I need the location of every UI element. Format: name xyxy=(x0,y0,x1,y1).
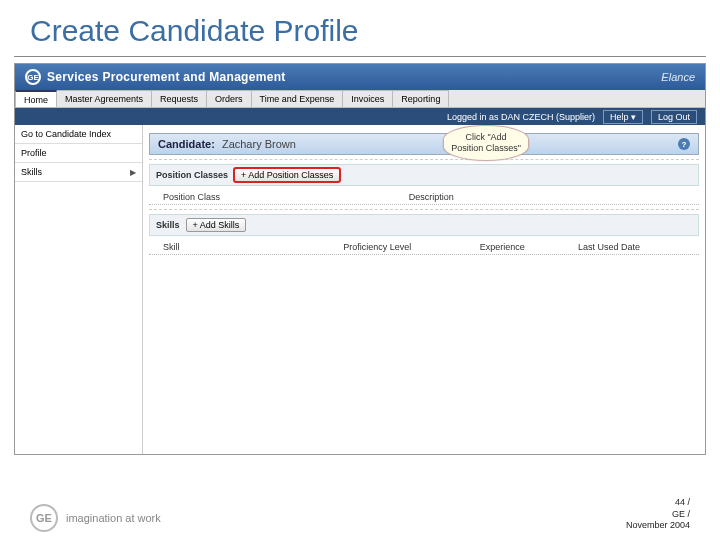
slide-title: Create Candidate Profile xyxy=(0,0,720,56)
candidate-panel-head: Candidate: Zachary Brown ? xyxy=(149,133,699,155)
tab-orders[interactable]: Orders xyxy=(207,90,252,107)
position-classes-section: Position Classes + Add Position Classes xyxy=(149,164,699,186)
sidebar-item-candidate-index[interactable]: Go to Candidate Index xyxy=(15,125,142,144)
col-last-used: Last Used Date xyxy=(566,242,652,252)
ge-branding: GE imagination at work xyxy=(30,504,161,532)
section-label: Position Classes xyxy=(156,170,228,180)
slide-footer: GE imagination at work 44 / GE / Novembe… xyxy=(30,497,690,532)
help-link[interactable]: Help ▾ xyxy=(603,110,643,124)
sidebar-item-profile[interactable]: Profile xyxy=(15,144,142,163)
app-title: Services Procurement and Management xyxy=(47,70,286,84)
ge-logo-icon: GE xyxy=(25,69,41,85)
chevron-right-icon: ▶ xyxy=(130,168,136,177)
col-experience: Experience xyxy=(468,242,566,252)
add-skills-button[interactable]: + Add Skills xyxy=(186,218,247,232)
panel-title-label: Candidate: xyxy=(158,138,215,150)
tab-invoices[interactable]: Invoices xyxy=(343,90,393,107)
tab-home[interactable]: Home xyxy=(15,90,57,107)
tab-requests[interactable]: Requests xyxy=(152,90,207,107)
logged-in-text: Logged in as DAN CZECH (Supplier) xyxy=(447,112,595,122)
logout-link[interactable]: Log Out xyxy=(651,110,697,124)
col-skill: Skill xyxy=(151,242,331,252)
divider xyxy=(149,159,699,160)
section-label: Skills xyxy=(156,220,180,230)
col-proficiency: Proficiency Level xyxy=(331,242,468,252)
skills-columns-row: Skill Proficiency Level Experience Last … xyxy=(149,240,699,255)
add-position-classes-button[interactable]: + Add Position Classes xyxy=(234,168,340,182)
position-columns-row: Position Class Description xyxy=(149,190,699,205)
tab-reporting[interactable]: Reporting xyxy=(393,90,449,107)
sidebar: Go to Candidate Index Profile Skills ▶ xyxy=(15,125,143,454)
org-label: GE / xyxy=(626,509,690,521)
main-panel: Candidate: Zachary Brown ? Click "Add Po… xyxy=(143,125,705,454)
tab-time-expense[interactable]: Time and Expense xyxy=(252,90,344,107)
content-area: Go to Candidate Index Profile Skills ▶ C… xyxy=(15,125,705,454)
header-left: GE Services Procurement and Management xyxy=(25,69,286,85)
skills-section: Skills + Add Skills xyxy=(149,214,699,236)
sidebar-item-label: Go to Candidate Index xyxy=(21,129,111,139)
sidebar-item-label: Skills xyxy=(21,167,42,177)
app-window: GE Services Procurement and Management E… xyxy=(14,63,706,455)
help-icon[interactable]: ? xyxy=(678,138,690,150)
divider xyxy=(149,209,699,210)
ge-logo-icon: GE xyxy=(30,504,58,532)
brand-right: Elance xyxy=(661,71,695,83)
title-rule xyxy=(14,56,706,57)
sidebar-item-skills[interactable]: Skills ▶ xyxy=(15,163,142,182)
col-description: Description xyxy=(397,192,466,202)
tab-master-agreements[interactable]: Master Agreements xyxy=(57,90,152,107)
app-header: GE Services Procurement and Management E… xyxy=(15,64,705,90)
footer-meta: 44 / GE / November 2004 xyxy=(626,497,690,532)
footer-date: November 2004 xyxy=(626,520,690,532)
page-number: 44 / xyxy=(626,497,690,509)
candidate-name: Zachary Brown xyxy=(222,138,296,150)
col-position-class: Position Class xyxy=(151,192,397,202)
status-bar: Logged in as DAN CZECH (Supplier) Help ▾… xyxy=(15,108,705,125)
tagline: imagination at work xyxy=(66,512,161,524)
sidebar-item-label: Profile xyxy=(21,148,47,158)
tab-bar: Home Master Agreements Requests Orders T… xyxy=(15,90,705,108)
instruction-callout: Click "Add Position Classes" xyxy=(443,125,529,161)
